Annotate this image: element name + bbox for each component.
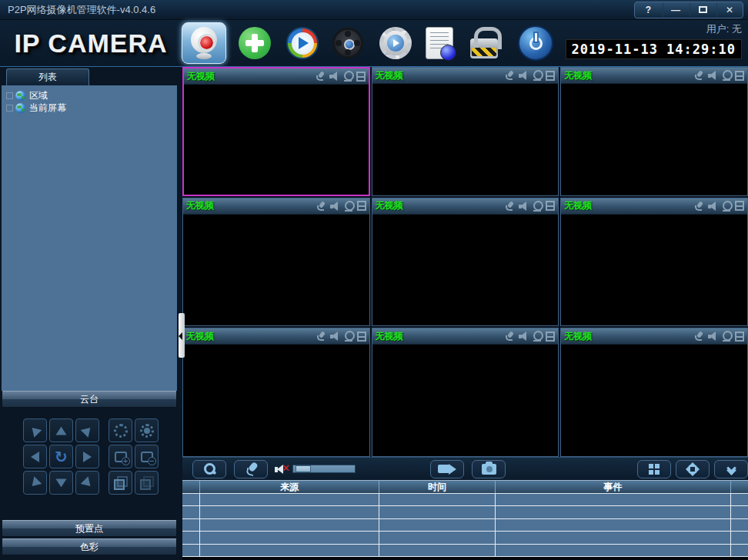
- record-icon[interactable]: [546, 71, 555, 81]
- snapshot-button[interactable]: [472, 460, 506, 478]
- speaker-icon[interactable]: [518, 70, 529, 81]
- volume-slider[interactable]: [292, 465, 356, 473]
- tree-expander[interactable]: [6, 105, 13, 112]
- column-time[interactable]: 时间: [379, 481, 496, 493]
- table-row[interactable]: [182, 519, 748, 532]
- tab-list[interactable]: 列表: [6, 68, 89, 85]
- ptz-up-button[interactable]: [49, 418, 73, 442]
- speaker-icon[interactable]: [518, 331, 529, 342]
- table-row[interactable]: [182, 532, 748, 544]
- ptz-section-header[interactable]: 云台: [2, 391, 177, 408]
- table-row[interactable]: [182, 506, 748, 518]
- mute-speaker-icon[interactable]: ✕: [275, 463, 289, 475]
- mic-icon[interactable]: [693, 331, 704, 342]
- column-extra[interactable]: [731, 481, 748, 493]
- speaker-icon[interactable]: [707, 331, 718, 342]
- focus-near-button[interactable]: [109, 471, 132, 495]
- video-cell-4[interactable]: 无视频: [182, 198, 370, 327]
- record-icon[interactable]: [735, 71, 744, 81]
- zoom-in-button[interactable]: +: [109, 445, 132, 468]
- table-row[interactable]: [182, 545, 748, 557]
- speaker-icon[interactable]: [707, 201, 718, 212]
- record-icon[interactable]: [546, 332, 555, 342]
- mic-icon[interactable]: [316, 331, 326, 342]
- video-cell-5[interactable]: 无视频: [372, 198, 559, 327]
- records-button[interactable]: [319, 28, 363, 58]
- video-cell-6[interactable]: 无视频: [560, 198, 748, 327]
- mic-icon[interactable]: [693, 201, 704, 212]
- video-cell-7[interactable]: 无视频: [182, 328, 370, 457]
- lock-button[interactable]: [453, 28, 498, 58]
- column-index[interactable]: [182, 481, 200, 493]
- column-source[interactable]: 来源: [200, 481, 379, 493]
- ptz-up-left-button[interactable]: [23, 418, 47, 442]
- iris-open-button[interactable]: [109, 418, 132, 442]
- camera-icon[interactable]: [721, 331, 732, 342]
- mic-icon[interactable]: [504, 331, 515, 342]
- speaker-icon[interactable]: [518, 201, 529, 212]
- log-button[interactable]: [412, 27, 453, 59]
- camera-icon[interactable]: [343, 201, 354, 212]
- preview-button[interactable]: [182, 22, 226, 64]
- camera-icon[interactable]: [721, 70, 732, 81]
- video-cell-2[interactable]: 无视频: [372, 67, 559, 196]
- table-row[interactable]: [182, 494, 748, 506]
- camera-icon[interactable]: [532, 70, 543, 81]
- color-section-header[interactable]: 色彩: [2, 538, 177, 555]
- speaker-icon[interactable]: [329, 71, 339, 82]
- record-icon[interactable]: [735, 201, 744, 211]
- tree-expander[interactable]: [6, 92, 13, 99]
- focus-far-button[interactable]: [135, 471, 159, 495]
- playback-button[interactable]: [271, 27, 319, 59]
- mic-icon[interactable]: [504, 70, 515, 81]
- record-icon[interactable]: [357, 201, 366, 211]
- ptz-down-right-button[interactable]: [75, 471, 99, 495]
- camera-icon[interactable]: [532, 201, 543, 212]
- preset-section-header[interactable]: 预置点: [2, 520, 177, 537]
- help-button[interactable]: ?: [636, 3, 661, 17]
- collapse-panel-button[interactable]: [714, 460, 748, 478]
- column-event[interactable]: 事件: [496, 481, 731, 493]
- mic-icon[interactable]: [693, 70, 704, 81]
- ptz-down-left-button[interactable]: [23, 471, 47, 495]
- ptz-right-button[interactable]: [75, 445, 99, 468]
- ptz-auto-pan-button[interactable]: ↻: [49, 445, 73, 468]
- speaker-icon[interactable]: [707, 70, 718, 81]
- mic-icon[interactable]: [316, 201, 326, 212]
- talk-button[interactable]: [234, 460, 268, 478]
- record-icon[interactable]: [735, 332, 744, 342]
- camera-icon[interactable]: [721, 201, 732, 212]
- record-icon[interactable]: [546, 201, 555, 211]
- record-icon[interactable]: [357, 332, 366, 342]
- power-button[interactable]: [498, 25, 553, 61]
- minimize-button[interactable]: —: [663, 3, 688, 17]
- grid-layout-button[interactable]: [637, 460, 671, 478]
- sidebar-collapse-handle[interactable]: [179, 313, 185, 358]
- speaker-icon[interactable]: [329, 201, 340, 212]
- maximize-button[interactable]: [690, 3, 715, 17]
- tree-item-current-screen[interactable]: 当前屏幕: [2, 102, 177, 114]
- camera-icon[interactable]: [342, 71, 353, 82]
- camera-icon[interactable]: [343, 331, 354, 342]
- add-device-button[interactable]: [226, 27, 271, 59]
- tree-item-region[interactable]: 区域: [2, 89, 177, 102]
- record-video-button[interactable]: [430, 460, 464, 478]
- mic-icon[interactable]: [504, 201, 515, 212]
- search-button[interactable]: [192, 460, 226, 478]
- settings-button[interactable]: [363, 27, 412, 59]
- speaker-icon[interactable]: [329, 331, 340, 342]
- ptz-up-right-button[interactable]: [75, 418, 99, 442]
- video-cell-8[interactable]: 无视频: [372, 328, 559, 457]
- video-cell-3[interactable]: 无视频: [560, 67, 748, 196]
- zoom-out-button[interactable]: −: [135, 445, 159, 468]
- close-button[interactable]: ✕: [716, 3, 742, 17]
- video-cell-1[interactable]: 无视频: [182, 67, 370, 196]
- ptz-down-button[interactable]: [49, 471, 73, 495]
- record-icon[interactable]: [356, 72, 366, 82]
- iris-close-button[interactable]: [135, 418, 159, 442]
- volume-slider-handle[interactable]: [296, 465, 311, 472]
- mic-icon[interactable]: [315, 71, 326, 82]
- video-cell-9[interactable]: 无视频: [560, 328, 748, 457]
- ptz-left-button[interactable]: [23, 445, 47, 468]
- camera-icon[interactable]: [532, 331, 543, 342]
